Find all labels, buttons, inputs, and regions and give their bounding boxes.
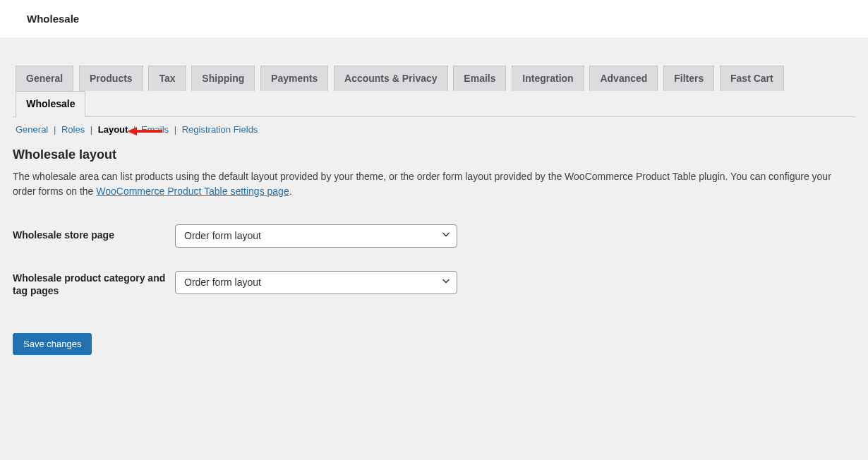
settings-tabs: General Products Tax Shipping Payments A… xyxy=(13,37,855,117)
product-table-settings-link[interactable]: WooCommerce Product Table settings page xyxy=(96,186,289,197)
subtab-general[interactable]: General xyxy=(16,124,48,135)
subtab-roles[interactable]: Roles xyxy=(61,124,85,135)
subtab-layout[interactable]: Layout xyxy=(98,124,128,135)
tab-emails[interactable]: Emails xyxy=(453,66,506,91)
save-changes-button[interactable]: Save changes xyxy=(13,333,92,355)
subtab-registration-fields[interactable]: Registration Fields xyxy=(182,124,258,135)
tab-integration[interactable]: Integration xyxy=(512,66,584,91)
wholesale-category-tag-select[interactable]: Order form layout xyxy=(175,271,457,295)
settings-form: Wholesale store page Order form layout W… xyxy=(13,219,855,312)
tab-accounts-privacy[interactable]: Accounts & Privacy xyxy=(334,66,448,91)
tab-wholesale[interactable]: Wholesale xyxy=(16,91,85,117)
tab-filters[interactable]: Filters xyxy=(663,66,714,91)
tab-tax[interactable]: Tax xyxy=(148,66,186,91)
wholesale-store-page-label: Wholesale store page xyxy=(13,219,175,262)
section-description: The wholesale area can list products usi… xyxy=(13,169,852,199)
tab-shipping[interactable]: Shipping xyxy=(191,66,255,91)
page-title: Wholesale xyxy=(27,13,79,25)
page-header: Wholesale xyxy=(0,0,868,37)
section-title: Wholesale layout xyxy=(13,147,855,162)
tab-fast-cart[interactable]: Fast Cart xyxy=(720,66,784,91)
tab-payments[interactable]: Payments xyxy=(260,66,328,91)
subtab-emails[interactable]: Emails xyxy=(141,124,169,135)
wholesale-store-page-select[interactable]: Order form layout xyxy=(175,224,457,248)
tab-products[interactable]: Products xyxy=(79,66,143,91)
wholesale-category-tag-label: Wholesale product category and tag pages xyxy=(13,262,175,311)
section-subtabs: General | Roles | Layout | Emails | Regi… xyxy=(16,124,855,135)
tab-advanced[interactable]: Advanced xyxy=(589,66,658,91)
tab-general[interactable]: General xyxy=(16,66,73,91)
